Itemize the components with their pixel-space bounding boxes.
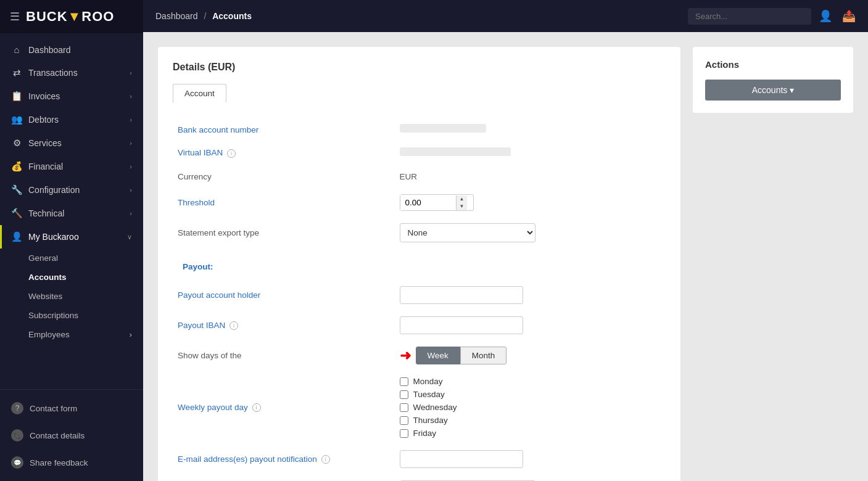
content-area: Details (EUR) Account Bank account numbe… bbox=[143, 32, 868, 481]
tab-account[interactable]: Account bbox=[173, 84, 226, 103]
sidebar-item-debtors[interactable]: 👥 Debtors › bbox=[0, 108, 143, 131]
sidebar-item-transactions[interactable]: ⇄ Transactions › bbox=[0, 61, 143, 84]
breadcrumb: Dashboard / Accounts bbox=[155, 11, 252, 21]
checkbox-group: Monday Tuesday Wednesday bbox=[400, 377, 661, 438]
thursday-checkbox[interactable] bbox=[400, 416, 408, 425]
share-feedback-label: Share feedback bbox=[30, 458, 88, 467]
virtual-iban-value bbox=[400, 147, 511, 156]
export-icon[interactable]: 📤 bbox=[842, 9, 856, 23]
tab-row: Account bbox=[173, 84, 666, 103]
chevron-right-icon: › bbox=[130, 210, 132, 217]
monday-checkbox-item[interactable]: Monday bbox=[400, 377, 661, 386]
question-icon: ? bbox=[11, 402, 23, 414]
table-row: Show days of the ➜ Week Month bbox=[173, 340, 666, 371]
threshold-field[interactable]: 0.00 bbox=[400, 195, 456, 210]
search-input[interactable] bbox=[688, 8, 811, 25]
user-icon[interactable]: 👤 bbox=[819, 9, 832, 23]
chevron-right-icon: › bbox=[130, 163, 132, 170]
payout-iban-input[interactable] bbox=[400, 316, 523, 334]
table-row: Virtual IBAN i bbox=[173, 141, 666, 165]
month-toggle-button[interactable]: Month bbox=[460, 347, 507, 364]
contact-form-item[interactable]: ? Contact form bbox=[0, 395, 143, 422]
table-row: Payout IBAN i bbox=[173, 310, 666, 340]
sidebar-item-financial[interactable]: 💰 Financial › bbox=[0, 155, 143, 178]
hamburger-icon[interactable]: ☰ bbox=[10, 10, 20, 23]
tuesday-checkbox[interactable] bbox=[400, 390, 408, 399]
sidebar-item-my-buckaroo[interactable]: 👤 My Buckaroo ∨ bbox=[0, 225, 143, 249]
sidebar-item-my-buckaroo-label: My Buckaroo bbox=[28, 232, 79, 242]
arrow-indicator: ➜ Week Month bbox=[400, 347, 661, 364]
sidebar-sub-websites-label: Websites bbox=[28, 292, 62, 301]
logo: BUCK▼ROO bbox=[26, 9, 114, 25]
monday-checkbox[interactable] bbox=[400, 377, 408, 386]
share-feedback-item[interactable]: 💬 Share feedback bbox=[0, 449, 143, 476]
table-row: Weekly payout day i Monday bbox=[173, 371, 666, 444]
weekly-payout-label: Weekly payout day bbox=[178, 403, 248, 412]
thursday-checkbox-item[interactable]: Thursday bbox=[400, 416, 661, 425]
sidebar-item-technical[interactable]: 🔨 Technical › bbox=[0, 202, 143, 225]
top-bar-icons: 👤 📤 bbox=[819, 9, 856, 23]
week-toggle-button[interactable]: Week bbox=[416, 347, 460, 364]
statement-export-select[interactable]: None MT940 CSV bbox=[400, 223, 535, 242]
monday-label: Monday bbox=[413, 377, 443, 386]
table-row: Threshold 0.00 ▲ ▼ bbox=[173, 188, 666, 217]
sidebar-item-configuration[interactable]: 🔧 Configuration › bbox=[0, 178, 143, 202]
chevron-right-icon: › bbox=[130, 116, 132, 123]
sidebar-sub-subscriptions[interactable]: Subscriptions bbox=[0, 306, 143, 325]
breadcrumb-parent[interactable]: Dashboard bbox=[155, 11, 198, 21]
sidebar-sub-employees[interactable]: Employees › bbox=[0, 325, 143, 344]
bank-account-number-label: Bank account number bbox=[178, 125, 258, 134]
payout-iban-label: Payout IBAN bbox=[178, 321, 225, 330]
friday-checkbox-item[interactable]: Friday bbox=[400, 429, 661, 438]
table-row: Bank account number bbox=[173, 118, 666, 141]
table-row: Single transaction payout Off On bbox=[173, 474, 666, 481]
main-area: Dashboard / Accounts 👤 📤 Details (EUR) A… bbox=[143, 0, 868, 481]
chevron-right-icon: › bbox=[130, 69, 132, 76]
debtors-icon: 👥 bbox=[11, 114, 22, 125]
statement-export-label: Statement export type bbox=[178, 228, 259, 237]
threshold-down-button[interactable]: ▼ bbox=[457, 203, 468, 210]
threshold-up-button[interactable]: ▲ bbox=[457, 195, 468, 203]
sidebar-sub-websites[interactable]: Websites bbox=[0, 287, 143, 306]
financial-icon: 💰 bbox=[11, 161, 22, 172]
configuration-icon: 🔧 bbox=[11, 184, 22, 195]
wednesday-label: Wednesday bbox=[413, 403, 457, 412]
tuesday-checkbox-item[interactable]: Tuesday bbox=[400, 390, 661, 399]
chevron-right-icon: › bbox=[130, 92, 132, 100]
sidebar-footer: ? Contact form 📞 Contact details 💬 Share… bbox=[0, 389, 143, 481]
accounts-button[interactable]: Accounts ▾ bbox=[705, 80, 841, 101]
sidebar-sub-accounts[interactable]: Accounts bbox=[0, 268, 143, 287]
phone-icon: 📞 bbox=[11, 429, 23, 442]
chevron-right-icon: › bbox=[130, 186, 132, 194]
top-bar: Dashboard / Accounts 👤 📤 bbox=[143, 0, 868, 32]
sidebar-item-financial-label: Financial bbox=[28, 162, 63, 171]
info-icon: i bbox=[229, 321, 238, 330]
bank-account-number-value bbox=[400, 124, 486, 133]
payout-account-holder-input[interactable] bbox=[400, 286, 523, 304]
nav-items: ⌂ Dashboard ⇄ Transactions › 📋 Invoices … bbox=[0, 33, 143, 389]
breadcrumb-current: Accounts bbox=[212, 11, 252, 21]
currency-label: Currency bbox=[178, 172, 212, 181]
sidebar-item-transactions-label: Transactions bbox=[28, 68, 78, 78]
wednesday-checkbox[interactable] bbox=[400, 403, 408, 412]
friday-checkbox[interactable] bbox=[400, 429, 408, 438]
sidebar-sub-accounts-label: Accounts bbox=[28, 273, 67, 282]
tuesday-label: Tuesday bbox=[413, 390, 445, 399]
contact-details-item[interactable]: 📞 Contact details bbox=[0, 422, 143, 449]
invoices-icon: 📋 bbox=[11, 91, 22, 102]
sidebar-item-dashboard[interactable]: ⌂ Dashboard bbox=[0, 38, 143, 61]
show-days-label: Show days of the bbox=[178, 351, 242, 360]
email-payout-input[interactable] bbox=[400, 450, 523, 468]
info-icon: i bbox=[252, 403, 261, 412]
sidebar-sub-employees-label: Employees bbox=[28, 330, 70, 339]
wednesday-checkbox-item[interactable]: Wednesday bbox=[400, 403, 661, 412]
feedback-icon: 💬 bbox=[11, 456, 23, 469]
sidebar-item-invoices-label: Invoices bbox=[28, 91, 60, 101]
sidebar-item-services[interactable]: ⚙ Services › bbox=[0, 131, 143, 155]
technical-icon: 🔨 bbox=[11, 208, 22, 219]
actions-title: Actions bbox=[705, 59, 841, 70]
sidebar-item-invoices[interactable]: 📋 Invoices › bbox=[0, 84, 143, 108]
dashboard-icon: ⌂ bbox=[11, 44, 22, 55]
virtual-iban-label: Virtual IBAN bbox=[178, 148, 223, 157]
sidebar-sub-general[interactable]: General bbox=[0, 249, 143, 268]
